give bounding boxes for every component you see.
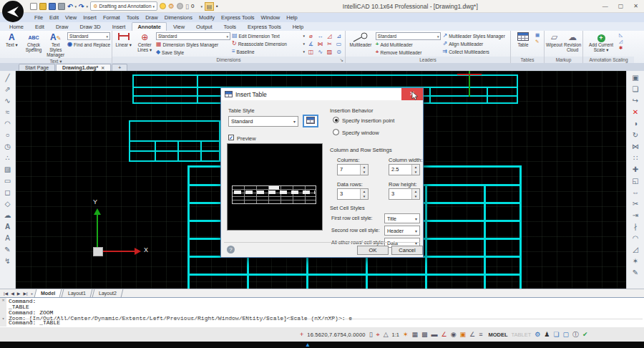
- last-layout-button[interactable]: ▶|: [22, 291, 28, 296]
- dim-tool-icon[interactable]: ⊿: [334, 32, 343, 40]
- dim-tool-icon[interactable]: ▭: [334, 40, 343, 48]
- next-layout-button[interactable]: ▶: [16, 291, 21, 296]
- autoscale-icon[interactable]: ✶: [403, 331, 409, 338]
- wipeout-button[interactable]: ▱Wipeout: [546, 32, 562, 48]
- first-row-style-dropdown[interactable]: Title▾: [384, 213, 420, 223]
- dim-tool-icon[interactable]: ⊙: [334, 48, 343, 56]
- table-edit-icon[interactable]: ✎: [535, 39, 540, 44]
- save-icon[interactable]: [49, 3, 56, 10]
- stretch-tool-icon[interactable]: ⇔: [630, 187, 641, 198]
- redo-caret-icon[interactable]: ▾: [87, 4, 89, 9]
- mirror-tool-icon[interactable]: ⋈: [630, 141, 641, 152]
- dimension-style-dropdown[interactable]: Standard▾: [156, 32, 230, 40]
- dim-tool-icon[interactable]: ⋈: [316, 40, 325, 48]
- open-file-icon[interactable]: [39, 3, 47, 10]
- specify-window-radio[interactable]: [333, 129, 339, 135]
- add-layout-button[interactable]: +: [30, 291, 34, 296]
- edit-dimension-text-button[interactable]: ▤Edit Dimension Text▾: [232, 32, 305, 39]
- undo-caret-icon[interactable]: ▾: [75, 4, 77, 9]
- entity-snap-icon[interactable]: ◉: [451, 331, 457, 338]
- line-tool-icon[interactable]: ╱: [2, 72, 13, 83]
- sketch-tool-icon[interactable]: ✎: [2, 244, 13, 255]
- lightbulb-icon[interactable]: [160, 3, 166, 9]
- entity-track-icon[interactable]: ▣: [460, 331, 467, 338]
- text-button[interactable]: AText ▾: [1, 32, 22, 48]
- add-multileader-button[interactable]: +Add Multileader: [376, 41, 441, 48]
- ribbon-tab-output[interactable]: Output: [191, 23, 218, 31]
- circle-tool-icon[interactable]: ○: [2, 130, 13, 140]
- ray-tool-icon[interactable]: ⇗: [2, 84, 13, 95]
- menu-format[interactable]: Format: [103, 14, 120, 21]
- monitors-icon[interactable]: ▢: [563, 331, 570, 338]
- undo-icon[interactable]: ↶: [67, 3, 73, 10]
- dialog-close-button[interactable]: ✕: [401, 88, 423, 100]
- arc-tool-icon[interactable]: ◠: [2, 118, 13, 129]
- multileader-button[interactable]: Multileader: [347, 32, 374, 48]
- align-multileader-button[interactable]: ⇗Align Multileader: [442, 40, 509, 47]
- command-expand-icon[interactable]: ▾: [0, 316, 6, 322]
- dialog-launcher-icon[interactable]: ↘: [340, 57, 343, 63]
- redo-icon[interactable]: ↷: [79, 3, 84, 10]
- polygon-tool-icon[interactable]: ◇: [2, 198, 13, 209]
- add-current-scale-button[interactable]: +Add Current Scale ▾: [585, 32, 618, 53]
- scale-delete-icon[interactable]: ✱: [619, 45, 623, 51]
- spline-tool-icon[interactable]: ≈: [2, 107, 13, 117]
- ribbon-tab-view[interactable]: View: [168, 23, 190, 31]
- text-tool-icon[interactable]: A: [2, 221, 13, 232]
- multileader-styles-manager-button[interactable]: ↗Multileader Styles Manager: [442, 32, 509, 39]
- save-style-button[interactable]: ◆Save Style: [156, 49, 230, 56]
- close-button[interactable]: ✕: [633, 3, 638, 9]
- table-button[interactable]: Table: [512, 32, 534, 48]
- help-button[interactable]: ?: [227, 246, 235, 253]
- text-style-dropdown[interactable]: Standard▾: [67, 32, 110, 40]
- ribbon-tab-draw[interactable]: Draw: [51, 23, 74, 31]
- menu-modify[interactable]: Modify: [199, 14, 215, 21]
- paste-tool-icon[interactable]: ↪: [630, 95, 641, 106]
- maximize-button[interactable]: ▢: [618, 3, 624, 9]
- dimension-styles-manager-button[interactable]: ▦Dimension Styles Manager: [156, 41, 230, 48]
- command-window[interactable]: ✕ ▾ Command: _TABLE Command: ZOOM Zoom: …: [0, 298, 644, 327]
- model-space-toggle[interactable]: MODEL: [488, 332, 507, 338]
- dimensions-group-label[interactable]: Dimensions↘: [112, 57, 345, 63]
- ortho-icon[interactable]: ▬: [431, 331, 438, 338]
- explode-tool-icon[interactable]: ✶: [630, 256, 641, 266]
- laptop-mode-icon[interactable]: ▤: [205, 2, 214, 11]
- extend-tool-icon[interactable]: ⇥: [630, 210, 641, 221]
- new-tab-button[interactable]: +: [112, 64, 127, 71]
- status-settings-gear-icon[interactable]: ⚙: [535, 331, 540, 338]
- dim-tool-icon[interactable]: ∿: [316, 48, 325, 56]
- coordinates-readout[interactable]: 16.5620,7.6754,0.0000: [307, 332, 365, 338]
- dim-tool-icon[interactable]: ⌀: [306, 32, 316, 40]
- second-row-style-dropdown[interactable]: Header▾: [384, 226, 420, 236]
- revision-cloud-button[interactable]: ☁Revision Cloud: [564, 32, 581, 53]
- tab-model[interactable]: Model: [34, 289, 62, 297]
- check-spelling-button[interactable]: ABC✓Check Spelling: [24, 32, 44, 53]
- command-input[interactable]: Command: _TABLE: [9, 319, 643, 326]
- print-icon[interactable]: [58, 3, 65, 10]
- menu-tools[interactable]: Tools: [127, 14, 140, 21]
- dialog-title-bar[interactable]: Insert Table ✕: [221, 88, 423, 100]
- menu-edit[interactable]: Edit: [49, 14, 59, 21]
- move-tool-icon[interactable]: ✚: [630, 164, 641, 175]
- point-tool-icon[interactable]: ∴: [2, 153, 13, 163]
- tab-layout1[interactable]: Layout1: [62, 289, 93, 297]
- menu-file[interactable]: File: [34, 14, 43, 21]
- table-small-icon[interactable]: ▦: [535, 32, 540, 38]
- cad-table-left[interactable]: [129, 120, 220, 162]
- array-tool-icon[interactable]: ∷: [630, 153, 641, 163]
- dim-tool-icon[interactable]: ✂: [325, 40, 334, 48]
- minimize-button[interactable]: —: [602, 3, 608, 9]
- data-rows-spinner[interactable]: 3▲▼: [337, 188, 369, 200]
- workspace-switcher[interactable]: ⚙ Drafting and Annotation ▾: [90, 1, 157, 11]
- ribbon-tab-insert[interactable]: Insert: [107, 23, 131, 31]
- layer-indicator[interactable]: 0: [191, 3, 194, 9]
- polar-tracking-icon[interactable]: ∠: [441, 331, 447, 338]
- ellipse-tool-icon[interactable]: ◷: [2, 141, 13, 152]
- properties-list-icon[interactable]: ≡: [479, 331, 482, 338]
- preview-checkbox[interactable]: ✓: [228, 135, 234, 140]
- scale-list-icon[interactable]: ◺: [619, 32, 623, 38]
- scale-sync-icon[interactable]: ◿: [619, 39, 623, 44]
- tablet-toggle[interactable]: TABLET: [511, 332, 531, 338]
- command-close-icon[interactable]: ✕: [0, 298, 6, 304]
- columns-spinner[interactable]: 7▲▼: [337, 164, 369, 175]
